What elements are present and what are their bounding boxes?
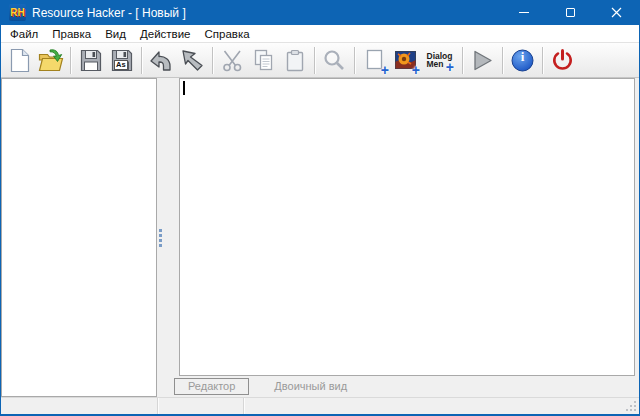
run-icon xyxy=(470,48,495,73)
editor-gutter xyxy=(164,78,179,376)
toolbar-separator xyxy=(354,47,355,74)
splitter-grip-dot xyxy=(159,229,162,232)
maximize-icon xyxy=(566,8,575,17)
copy-icon xyxy=(252,48,276,73)
save-icon xyxy=(79,48,103,73)
text-caret xyxy=(183,81,185,95)
maximize-button[interactable] xyxy=(547,0,593,25)
add-image-resource-button[interactable]: + xyxy=(390,45,421,75)
arrow-forward-button[interactable] xyxy=(177,45,208,75)
toolbar-separator xyxy=(141,47,142,74)
status-section-2 xyxy=(158,398,244,414)
close-icon xyxy=(611,7,622,18)
splitter-grip-dot xyxy=(159,244,162,247)
run-button[interactable] xyxy=(467,45,498,75)
plus-icon: + xyxy=(412,63,420,77)
find-icon xyxy=(322,48,347,73)
resize-grip[interactable] xyxy=(626,401,637,412)
status-section-3 xyxy=(244,398,639,414)
close-button[interactable] xyxy=(593,0,639,25)
open-file-button[interactable] xyxy=(35,45,66,75)
toolbar: As xyxy=(1,43,639,78)
toolbar-separator xyxy=(462,47,463,74)
info-glyph: i xyxy=(507,49,538,65)
minimize-button[interactable] xyxy=(501,0,547,25)
save-as-label: As xyxy=(114,60,128,70)
window-title: Resource Hacker - [ Новый ] xyxy=(32,6,186,20)
plus-icon: + xyxy=(446,60,454,74)
arrow-back-icon xyxy=(149,48,174,73)
exit-button[interactable] xyxy=(547,45,578,75)
save-button[interactable] xyxy=(75,45,106,75)
tab-editor[interactable]: Редактор xyxy=(174,378,249,395)
exit-icon xyxy=(550,48,575,73)
splitter-grip-dot xyxy=(159,234,162,237)
menu-view[interactable]: Вид xyxy=(98,25,133,42)
add-resource-button[interactable]: + xyxy=(359,45,390,75)
resource-tree-panel[interactable] xyxy=(1,78,157,397)
toolbar-separator xyxy=(314,47,315,74)
paste-button[interactable] xyxy=(279,45,310,75)
cut-button[interactable] xyxy=(217,45,248,75)
editor-pane: Редактор Двоичный вид xyxy=(164,78,639,397)
view-tabs: Редактор Двоичный вид xyxy=(164,376,639,397)
panel-splitter[interactable] xyxy=(157,78,164,397)
status-section-1 xyxy=(1,398,158,414)
menu-help[interactable]: Справка xyxy=(198,25,257,42)
info-button[interactable]: i xyxy=(507,45,538,75)
menu-file[interactable]: Файл xyxy=(3,25,45,42)
copy-button[interactable] xyxy=(248,45,279,75)
toolbar-separator xyxy=(212,47,213,74)
cut-icon xyxy=(221,48,245,73)
menu-edit[interactable]: Правка xyxy=(45,25,98,42)
editor-row xyxy=(164,78,639,376)
window-controls xyxy=(501,0,639,25)
main-content: Редактор Двоичный вид xyxy=(1,78,639,397)
find-button[interactable] xyxy=(319,45,350,75)
toolbar-separator xyxy=(502,47,503,74)
new-file-button[interactable] xyxy=(4,45,35,75)
menu-action[interactable]: Действие xyxy=(133,25,198,42)
paste-icon xyxy=(283,48,307,73)
tab-binary-view[interactable]: Двоичный вид xyxy=(261,379,360,394)
toolbar-separator xyxy=(70,47,71,74)
arrow-forward-icon xyxy=(180,48,205,73)
menubar: Файл Правка Вид Действие Справка xyxy=(1,25,639,43)
titlebar[interactable]: RH Resource Hacker - [ Новый ] xyxy=(1,0,639,25)
toolbar-separator xyxy=(542,47,543,74)
resource-hacker-window: RH Resource Hacker - [ Новый ] Файл Прав… xyxy=(0,0,640,416)
splitter-grip-dot xyxy=(159,239,162,242)
script-editor[interactable] xyxy=(179,78,635,376)
minimize-icon xyxy=(519,12,529,13)
arrow-back-button[interactable] xyxy=(146,45,177,75)
open-folder-icon xyxy=(38,48,64,73)
app-icon: RH xyxy=(9,4,26,21)
plus-icon: + xyxy=(381,63,389,77)
new-file-icon xyxy=(9,48,31,73)
statusbar xyxy=(1,397,639,414)
add-dialog-menu-button[interactable]: Dialog Men + xyxy=(421,45,458,75)
save-as-button[interactable]: As xyxy=(106,45,137,75)
